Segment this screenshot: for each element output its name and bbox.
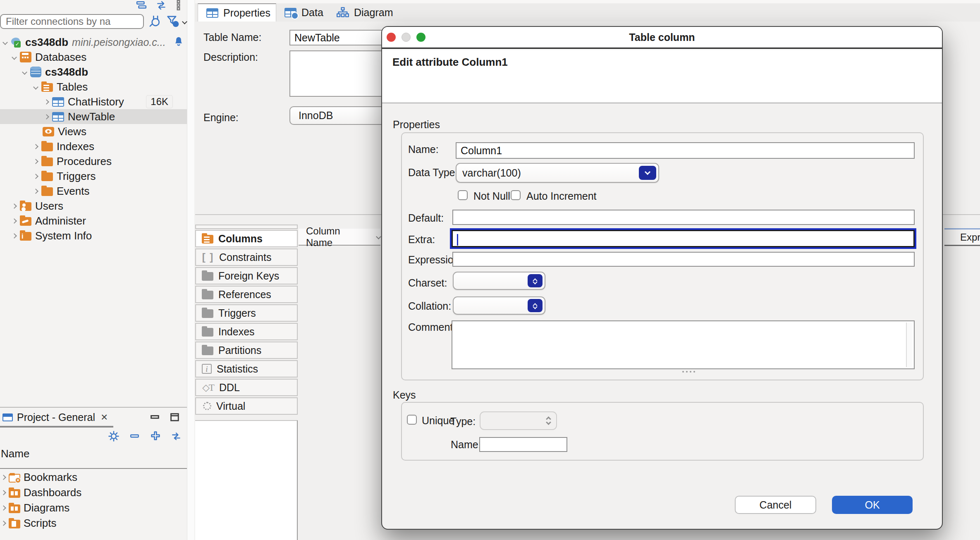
close-icon[interactable] bbox=[101, 411, 108, 424]
project-toolbar bbox=[0, 429, 187, 445]
column-name-input[interactable] bbox=[456, 142, 915, 159]
comment-scrollbar[interactable] bbox=[906, 323, 913, 367]
subtab-statistics[interactable]: Statistics bbox=[195, 360, 298, 378]
chevron-right-icon[interactable] bbox=[12, 218, 17, 224]
tree-row-diagrams[interactable]: Diagrams bbox=[0, 500, 187, 516]
resize-grip-dots[interactable] bbox=[682, 371, 684, 373]
chevron-right-icon[interactable] bbox=[44, 114, 49, 119]
maximize-panel-icon[interactable] bbox=[170, 412, 180, 424]
expand-all-icon[interactable] bbox=[150, 430, 161, 444]
tree-row-scripts[interactable]: Scripts bbox=[0, 516, 187, 531]
charset-stepper-button[interactable] bbox=[528, 274, 543, 287]
engine-select[interactable]: InnoDB bbox=[289, 106, 394, 125]
extra-input-focused[interactable] bbox=[452, 230, 915, 247]
ok-button[interactable]: OK bbox=[832, 496, 913, 514]
tab-data[interactable]: Data bbox=[276, 3, 328, 22]
tab-diagram[interactable]: Diagram bbox=[328, 3, 394, 22]
data-type-combobox[interactable]: varchar(100) bbox=[456, 163, 659, 183]
data-type-label: Data Type: bbox=[408, 167, 458, 179]
subtab-constraints[interactable]: Constraints bbox=[195, 248, 298, 266]
tree-row-system-info[interactable]: i System Info bbox=[0, 228, 187, 243]
tree-row-users[interactable]: Users bbox=[0, 198, 187, 213]
tree-label: Events bbox=[57, 185, 90, 198]
subtab-indexes[interactable]: Indexes bbox=[195, 323, 298, 340]
chevron-right-icon[interactable] bbox=[12, 203, 17, 209]
unique-checkbox[interactable] bbox=[407, 415, 417, 425]
subtab-ddl[interactable]: DDL bbox=[195, 379, 298, 396]
data-type-dropdown-button[interactable] bbox=[639, 166, 656, 180]
chevron-right-icon[interactable] bbox=[33, 189, 38, 194]
tab-properties[interactable]: Properties bbox=[198, 3, 276, 22]
ddl-icon bbox=[202, 382, 214, 393]
notification-bell-icon[interactable] bbox=[173, 35, 184, 50]
chevron-right-icon[interactable] bbox=[1, 505, 6, 511]
tree-row-procedures[interactable]: Procedures bbox=[0, 154, 187, 169]
grid-header-label: Expr bbox=[960, 232, 980, 243]
key-name-input[interactable] bbox=[479, 437, 567, 452]
collation-stepper-button[interactable] bbox=[528, 299, 543, 312]
collation-select[interactable] bbox=[453, 296, 545, 315]
chevron-right-icon[interactable] bbox=[1, 490, 6, 495]
subtab-references[interactable]: References bbox=[195, 286, 298, 303]
sidebar-scrollbar[interactable] bbox=[187, 0, 194, 540]
sort-chevron-icon[interactable] bbox=[376, 234, 381, 239]
chevron-down-icon[interactable] bbox=[12, 55, 17, 60]
subtab-virtual[interactable]: Virtual bbox=[195, 397, 298, 415]
tree-row-chathistory[interactable]: ChatHistory 16K bbox=[0, 94, 187, 109]
tree-row-indexes[interactable]: Indexes bbox=[0, 139, 187, 154]
default-input[interactable] bbox=[452, 210, 915, 225]
cancel-button[interactable]: Cancel bbox=[735, 496, 816, 514]
tree-row-administer[interactable]: Administer bbox=[0, 213, 187, 228]
tab-project-general[interactable]: Project - General bbox=[0, 409, 113, 428]
plug-connection-icon[interactable] bbox=[148, 14, 162, 29]
chevron-right-icon[interactable] bbox=[44, 99, 49, 105]
subtab-columns[interactable]: Columns bbox=[195, 230, 298, 247]
minimize-panel-icon[interactable] bbox=[150, 412, 160, 424]
tree-row-dashboards[interactable]: Dashboards bbox=[0, 485, 187, 500]
tree-row-bookmarks[interactable]: ★ Bookmarks bbox=[0, 470, 187, 485]
subtab-triggers[interactable]: Triggers bbox=[195, 304, 298, 322]
grid-column-name-header[interactable]: Column Name bbox=[299, 229, 380, 246]
chevron-right-icon[interactable] bbox=[33, 144, 38, 149]
filter-connections-input[interactable] bbox=[0, 14, 144, 29]
tree-row-events[interactable]: Events bbox=[0, 184, 187, 198]
refresh-icon[interactable] bbox=[170, 431, 182, 443]
auto-increment-checkbox[interactable] bbox=[511, 190, 521, 200]
collapse-panels-icon[interactable] bbox=[136, 0, 147, 12]
auto-increment-label: Auto Increment bbox=[526, 190, 597, 202]
tree-label: Databases bbox=[35, 51, 86, 64]
subtab-foreign-keys[interactable]: Foreign Keys bbox=[195, 267, 298, 284]
tree-row-database-cs348db[interactable]: cs348db bbox=[0, 65, 187, 79]
description-textarea[interactable] bbox=[289, 50, 394, 97]
tree-row-databases[interactable]: Databases bbox=[0, 50, 187, 65]
collation-label: Collation: bbox=[408, 300, 451, 312]
tree-row-views[interactable]: Views bbox=[0, 124, 187, 139]
expression-input[interactable] bbox=[452, 252, 915, 267]
subtab-partitions[interactable]: Partitions bbox=[195, 342, 298, 359]
table-name-input[interactable] bbox=[289, 30, 394, 45]
not-null-checkbox[interactable] bbox=[458, 190, 468, 200]
chevron-down-icon[interactable] bbox=[2, 40, 8, 45]
chevron-right-icon[interactable] bbox=[33, 159, 38, 164]
chevron-right-icon[interactable] bbox=[1, 521, 6, 526]
chevron-down-icon[interactable] bbox=[22, 69, 27, 75]
tree-row-triggers[interactable]: Triggers bbox=[0, 169, 187, 184]
charset-select[interactable] bbox=[453, 272, 545, 290]
chevron-right-icon[interactable] bbox=[1, 475, 6, 480]
tree-row-connection[interactable]: cs348db mini.peisongxiao.c... bbox=[0, 35, 187, 50]
comment-textarea[interactable] bbox=[452, 320, 915, 369]
dialog-title-bar[interactable]: Table column bbox=[382, 27, 942, 49]
gear-icon[interactable] bbox=[108, 430, 120, 444]
more-options-icon[interactable] bbox=[175, 0, 181, 13]
collapse-all-icon[interactable] bbox=[129, 431, 141, 443]
tree-row-tables[interactable]: Tables bbox=[0, 79, 187, 94]
chevron-right-icon[interactable] bbox=[12, 233, 17, 239]
tree-row-newtable[interactable]: NewTable bbox=[0, 109, 187, 124]
tree-label: Administer bbox=[35, 215, 86, 227]
filter-funnel-icon[interactable] bbox=[166, 15, 186, 28]
chevron-down-icon[interactable] bbox=[33, 84, 38, 90]
sync-connections-icon[interactable] bbox=[155, 0, 167, 12]
chevron-right-icon[interactable] bbox=[33, 174, 38, 179]
tables-folder-icon bbox=[41, 83, 53, 92]
ok-label: OK bbox=[865, 499, 880, 511]
